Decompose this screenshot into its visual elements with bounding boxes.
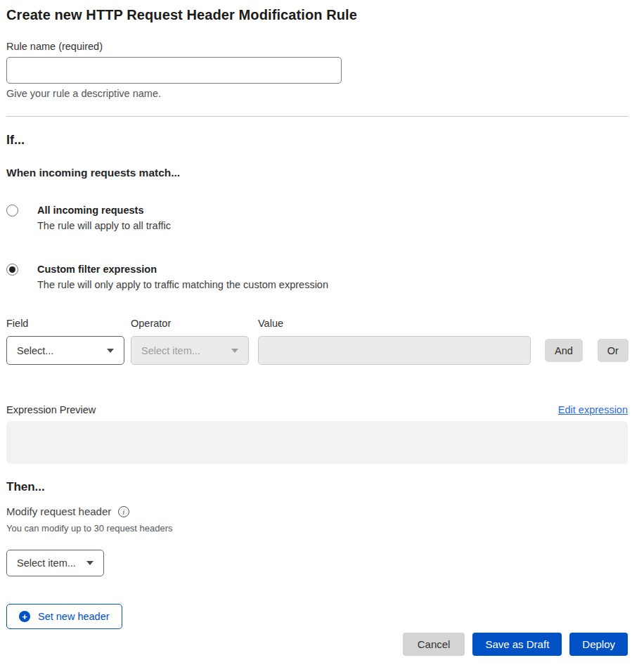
- edit-expression-link[interactable]: Edit expression: [558, 404, 628, 415]
- radio-label-custom-filter: Custom filter expression: [37, 263, 328, 276]
- then-heading: Then...: [6, 479, 628, 495]
- modify-header-helper: You can modify up to 30 request headers: [6, 523, 628, 534]
- modify-header-row: Modify request header i: [6, 505, 628, 518]
- set-new-header-label: Set new header: [38, 611, 110, 622]
- plus-icon: +: [19, 611, 30, 622]
- operator-column: Operator Select item...: [131, 317, 249, 365]
- radio-desc-all-incoming: The rule will apply to all traffic: [37, 219, 171, 232]
- radio-label-all-incoming: All incoming requests: [37, 204, 171, 217]
- radio-dot: [9, 266, 15, 273]
- operator-select[interactable]: Select item...: [131, 336, 249, 365]
- save-as-draft-button[interactable]: Save as Draft: [472, 633, 562, 656]
- expression-builder-row: Field Select... Operator Select item... …: [6, 317, 628, 365]
- header-select-value: Select item...: [17, 557, 76, 569]
- or-button[interactable]: Or: [598, 339, 628, 362]
- value-column: Value: [258, 317, 531, 365]
- footer-actions: Cancel Save as Draft Deploy: [6, 633, 628, 656]
- chevron-down-icon: [231, 349, 238, 353]
- and-button[interactable]: And: [545, 339, 583, 362]
- radio-desc-custom-filter: The rule will only apply to traffic matc…: [37, 278, 328, 291]
- section-divider: [6, 116, 628, 117]
- field-column: Field Select...: [6, 317, 124, 365]
- info-icon[interactable]: i: [118, 506, 129, 517]
- match-subheading: When incoming requests match...: [6, 166, 628, 180]
- operator-label: Operator: [131, 317, 249, 330]
- field-select-value: Select...: [17, 345, 53, 356]
- if-heading: If...: [6, 131, 628, 148]
- radio-option-custom-filter[interactable]: Custom filter expression The rule will o…: [6, 263, 628, 291]
- field-label: Field: [6, 317, 124, 330]
- radio-button-icon[interactable]: [6, 264, 18, 276]
- modify-request-header-label: Modify request header: [6, 505, 111, 518]
- radio-texts: All incoming requests The rule will appl…: [37, 204, 171, 232]
- chevron-down-icon: [86, 561, 93, 565]
- field-select[interactable]: Select...: [6, 336, 124, 365]
- set-new-header-button[interactable]: + Set new header: [6, 604, 122, 629]
- rule-name-input[interactable]: [6, 57, 342, 84]
- chevron-down-icon: [107, 349, 114, 353]
- radio-dot: [9, 207, 15, 214]
- expression-preview-row: Expression Preview Edit expression: [6, 403, 628, 416]
- radio-option-all-incoming[interactable]: All incoming requests The rule will appl…: [6, 204, 628, 232]
- rule-name-helper: Give your rule a descriptive name.: [6, 87, 628, 100]
- expression-preview-box: [6, 421, 628, 464]
- operator-select-value: Select item...: [141, 345, 200, 356]
- create-rule-form: Create new HTTP Request Header Modificat…: [0, 0, 632, 668]
- value-input[interactable]: [258, 336, 531, 365]
- page-title: Create new HTTP Request Header Modificat…: [6, 6, 628, 24]
- radio-texts: Custom filter expression The rule will o…: [37, 263, 328, 291]
- expression-preview-label: Expression Preview: [6, 403, 96, 416]
- rule-name-label: Rule name (required): [6, 40, 628, 53]
- radio-button-icon[interactable]: [6, 205, 18, 217]
- andor-button-group: And Or: [545, 339, 628, 362]
- cancel-button[interactable]: Cancel: [403, 633, 465, 656]
- value-label: Value: [258, 317, 531, 330]
- deploy-button[interactable]: Deploy: [569, 633, 628, 656]
- header-select[interactable]: Select item...: [6, 550, 104, 576]
